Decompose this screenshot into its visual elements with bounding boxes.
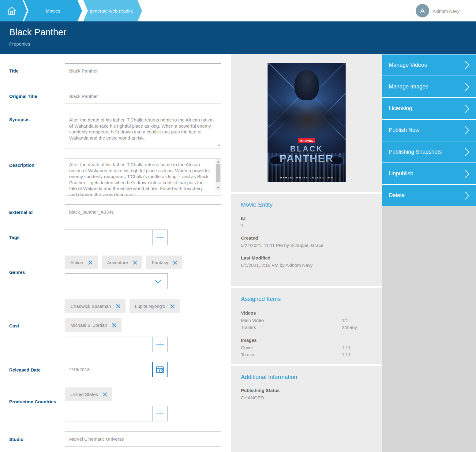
scrollbar-thumb[interactable] bbox=[216, 164, 220, 182]
manage-images-button[interactable]: Manage Images bbox=[382, 76, 476, 97]
info-column: MARVEL BLACK PANTHER MARVEL MOVIE COLLEC… bbox=[231, 54, 382, 452]
cast-input[interactable] bbox=[65, 337, 152, 352]
synopsis-textarea[interactable]: After the death of his father, T'Challa … bbox=[65, 114, 221, 148]
cast-add-button[interactable] bbox=[152, 337, 168, 352]
chevron-right-icon bbox=[464, 148, 470, 157]
title-value: Black Panther bbox=[69, 68, 98, 73]
title-label: Title bbox=[9, 68, 58, 74]
chevron-right-icon bbox=[464, 169, 470, 178]
description-label: Description bbox=[9, 162, 58, 168]
production-countries-input[interactable] bbox=[65, 406, 152, 421]
calendar-icon bbox=[156, 365, 165, 374]
released-date-input[interactable]: 2/16/2018 bbox=[65, 362, 152, 377]
remove-icon[interactable] bbox=[112, 323, 117, 328]
genres-label: Genres bbox=[9, 269, 58, 275]
remove-icon[interactable] bbox=[133, 260, 137, 265]
remove-icon[interactable] bbox=[170, 304, 175, 309]
poster-figure bbox=[294, 70, 319, 100]
assigned-items-section: Assigned Items Videos Main Video 1/1 Tra… bbox=[231, 288, 382, 364]
description-value: After the death of his father, T'Challa … bbox=[65, 159, 216, 196]
button-label: Manage Videos bbox=[389, 62, 427, 68]
avatar[interactable]: A bbox=[416, 4, 429, 17]
title-input[interactable]: Black Panther bbox=[65, 63, 221, 78]
remove-icon[interactable] bbox=[173, 260, 178, 265]
original-title-label: Original Title bbox=[9, 93, 58, 99]
description-textarea[interactable]: After the death of his father, T'Challa … bbox=[65, 159, 221, 196]
resize-grip-icon[interactable] bbox=[218, 142, 220, 148]
manage-videos-button[interactable]: Manage Videos bbox=[382, 54, 476, 76]
remove-icon[interactable] bbox=[116, 304, 121, 309]
assigned-row: Trailers 2/many bbox=[241, 325, 372, 330]
external-id-value: black_panther_A334s bbox=[69, 209, 114, 215]
assigned-row: Cover 1 / 1 bbox=[241, 345, 372, 350]
released-date-label: Released Date bbox=[9, 367, 58, 373]
button-label: Publishing Snapshots bbox=[389, 149, 442, 155]
publishing-snapshots-button[interactable]: Publishing Snapshots bbox=[382, 141, 476, 162]
chip-label: Fantasy bbox=[152, 260, 168, 265]
action-column: Manage Videos Manage Images Licensing Pu… bbox=[382, 54, 476, 452]
chevron-right-icon bbox=[464, 104, 470, 113]
breadcrumb-label: Movies bbox=[46, 8, 60, 13]
breadcrumb-item-movies[interactable]: Movies bbox=[24, 0, 82, 21]
poster-characters bbox=[268, 99, 346, 136]
section-heading: Additional Information bbox=[241, 374, 372, 380]
date-picker-button[interactable] bbox=[152, 362, 168, 377]
country-chips: United States bbox=[65, 387, 112, 401]
button-label: Licensing bbox=[389, 105, 412, 112]
cast-combo bbox=[65, 337, 168, 352]
home-icon bbox=[6, 6, 17, 16]
remove-icon[interactable] bbox=[88, 260, 93, 265]
tags-input[interactable] bbox=[65, 230, 152, 245]
last-modified-label: Last Modified bbox=[241, 255, 372, 260]
unpublish-button[interactable]: Unpublish bbox=[382, 163, 476, 184]
cast-chip: Chadwick Boseman bbox=[65, 299, 126, 313]
scroll-up-icon[interactable] bbox=[216, 159, 221, 164]
row-value: 2/many bbox=[342, 325, 357, 330]
breadcrumb-home[interactable] bbox=[0, 0, 27, 21]
tags-label: Tags bbox=[9, 234, 58, 240]
genres-dropdown[interactable] bbox=[65, 273, 168, 289]
row-label: Trailers bbox=[241, 325, 256, 330]
production-countries-label: Production Countries bbox=[9, 399, 58, 405]
production-countries-add-button[interactable] bbox=[152, 406, 168, 421]
licensing-button[interactable]: Licensing bbox=[382, 98, 476, 119]
delete-button[interactable]: Delete bbox=[382, 185, 476, 206]
external-id-input[interactable]: black_panther_A334s bbox=[65, 204, 221, 219]
breadcrumb-item-current[interactable]: generate web-readin... bbox=[83, 0, 142, 21]
publishing-status-value: CHANGED bbox=[241, 395, 372, 400]
cast-label: Cast bbox=[9, 323, 58, 329]
genre-chip: Action bbox=[65, 256, 98, 269]
movie-entity-section: Movie Entity ID 1 Created 5/24/2021, 11:… bbox=[231, 194, 382, 286]
created-value: 5/24/2021, 11:11 PM by Schuppe, Grace bbox=[241, 243, 372, 248]
chip-label: Chadwick Boseman bbox=[70, 304, 111, 309]
chevron-right-icon bbox=[464, 191, 470, 200]
action-buttons: Manage Videos Manage Images Licensing Pu… bbox=[382, 54, 476, 206]
resize-grip-icon[interactable] bbox=[218, 189, 220, 195]
chip-label: Action bbox=[70, 260, 83, 265]
country-chip: United States bbox=[65, 387, 112, 401]
last-modified-value: 6/1/2021, 2:16 PM by Axinom Navy bbox=[241, 263, 372, 268]
cast-chips-row1: Chadwick Boseman Lupita Nyong'o bbox=[65, 299, 180, 313]
topbar-divider bbox=[413, 2, 413, 20]
id-label: ID bbox=[241, 215, 372, 221]
button-label: Unpublish bbox=[389, 170, 413, 177]
plus-icon bbox=[156, 340, 165, 349]
chevron-right-icon bbox=[464, 82, 470, 92]
section-heading: Assigned Items bbox=[241, 296, 372, 302]
original-title-input[interactable]: Black Panther bbox=[65, 89, 221, 103]
page: Movies generate web-readin... A Axinom N… bbox=[0, 0, 476, 452]
button-label: Manage Images bbox=[389, 84, 428, 90]
row-label: Teaser bbox=[241, 352, 255, 357]
publish-now-button[interactable]: Publish Now bbox=[382, 120, 476, 141]
tags-add-button[interactable] bbox=[152, 230, 168, 245]
description-scrollbar[interactable] bbox=[216, 159, 221, 190]
cast-chip: Lupita Nyong'o bbox=[129, 299, 180, 313]
created-label: Created bbox=[241, 235, 372, 241]
row-value: 1 / 1 bbox=[342, 352, 351, 357]
marvel-badge: MARVEL bbox=[298, 138, 316, 143]
chip-label: Lupita Nyong'o bbox=[135, 304, 166, 309]
chevron-down-icon bbox=[155, 279, 161, 283]
released-date-value: 2/16/2018 bbox=[69, 367, 90, 372]
remove-icon[interactable] bbox=[103, 392, 107, 397]
studio-input[interactable]: Marvel Cinematic Universe bbox=[65, 431, 221, 446]
